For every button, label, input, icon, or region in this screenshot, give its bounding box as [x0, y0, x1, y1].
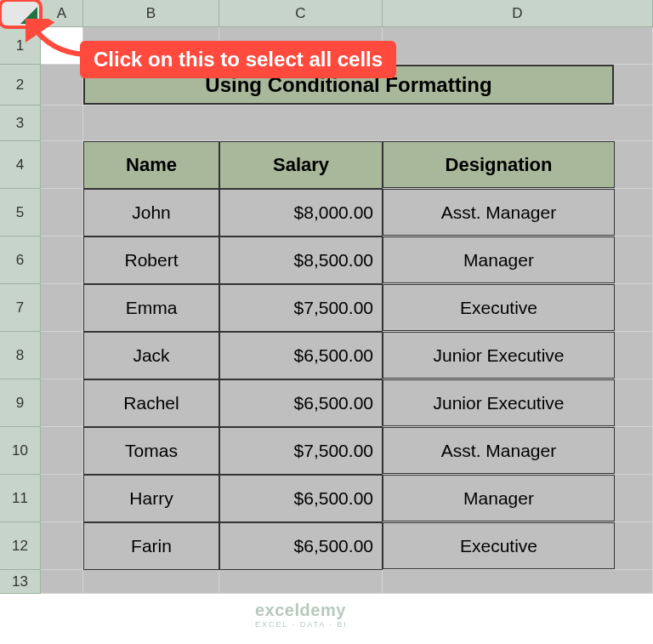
cell-B13[interactable] [83, 570, 219, 594]
table-header-name[interactable]: Name [83, 141, 219, 189]
cell-D5-wrap[interactable]: Asst. Manager [383, 189, 653, 237]
table-header-designation: Designation [383, 141, 615, 188]
row-header-7[interactable]: 7 [0, 284, 41, 332]
col-header-B[interactable]: B [83, 0, 219, 27]
select-all-corner[interactable] [0, 0, 41, 27]
cell-A5[interactable] [41, 189, 83, 237]
table-row[interactable]: John [83, 189, 219, 237]
cell-D9-wrap[interactable]: Junior Executive [383, 379, 653, 427]
cell-C13[interactable] [219, 570, 383, 594]
col-header-C[interactable]: C [219, 0, 383, 27]
row-header-12[interactable]: 12 [0, 522, 41, 570]
cell-row3-merged[interactable] [83, 105, 653, 141]
row-header-13[interactable]: 13 [0, 570, 41, 594]
table-row: Executive [383, 284, 615, 331]
cell-D11-wrap[interactable]: Manager [383, 475, 653, 522]
table-row: Manager [383, 475, 615, 521]
table-row[interactable]: Tomas [83, 427, 219, 475]
cell-A1[interactable] [41, 27, 83, 65]
table-row[interactable]: $6,500.00 [219, 332, 383, 379]
table-row[interactable]: $8,000.00 [219, 189, 383, 237]
col-header-D[interactable]: D [383, 0, 653, 27]
watermark-brand: exceldemy [255, 601, 348, 620]
watermark-logo: exceldemy EXCEL · DATA · BI [255, 601, 348, 629]
cell-A11[interactable] [41, 475, 83, 522]
table-row: Asst. Manager [383, 189, 615, 236]
cell-A12[interactable] [41, 522, 83, 570]
table-row: Junior Executive [383, 379, 615, 426]
table-row: Junior Executive [383, 332, 615, 379]
cell-A2[interactable] [41, 65, 83, 105]
cell-D8-wrap[interactable]: Junior Executive [383, 332, 653, 379]
cell-A13[interactable] [41, 570, 83, 594]
table-row[interactable]: Harry [83, 475, 219, 522]
cell-A3[interactable] [41, 105, 83, 141]
table-row[interactable]: Robert [83, 237, 219, 284]
table-row: Manager [383, 237, 615, 283]
table-header-salary[interactable]: Salary [219, 141, 383, 189]
row-header-9[interactable]: 9 [0, 379, 41, 427]
cell-D10-wrap[interactable]: Asst. Manager [383, 427, 653, 475]
table-row[interactable]: $7,500.00 [219, 427, 383, 475]
cell-D7-wrap[interactable]: Executive [383, 284, 653, 332]
cell-A8[interactable] [41, 332, 83, 379]
row-header-6[interactable]: 6 [0, 237, 41, 284]
table-row[interactable]: Rachel [83, 379, 219, 427]
cell-A4[interactable] [41, 141, 83, 189]
cell-A6[interactable] [41, 237, 83, 284]
table-row: Executive [383, 522, 615, 569]
row-header-8[interactable]: 8 [0, 332, 41, 379]
table-row[interactable]: $8,500.00 [219, 237, 383, 284]
table-row[interactable]: $6,500.00 [219, 379, 383, 427]
row-header-3[interactable]: 3 [0, 105, 41, 141]
cell-D1[interactable] [383, 27, 653, 65]
table-row[interactable]: $6,500.00 [219, 475, 383, 522]
row-header-10[interactable]: 10 [0, 427, 41, 475]
table-row[interactable]: Emma [83, 284, 219, 332]
table-row[interactable]: Jack [83, 332, 219, 379]
cell-A7[interactable] [41, 284, 83, 332]
cell-D12-wrap[interactable]: Executive [383, 522, 653, 570]
callout-tooltip: Click on this to select all cells [80, 41, 396, 78]
row-header-4[interactable]: 4 [0, 141, 41, 189]
row-header-2[interactable]: 2 [0, 65, 41, 105]
table-row[interactable]: $7,500.00 [219, 284, 383, 332]
col-header-A[interactable]: A [41, 0, 83, 27]
table-row[interactable]: Farin [83, 522, 219, 570]
table-row[interactable]: $6,500.00 [219, 522, 383, 570]
watermark-tagline: EXCEL · DATA · BI [255, 620, 348, 629]
row-header-5[interactable]: 5 [0, 189, 41, 237]
cell-D13[interactable] [383, 570, 653, 594]
cell-D4-wrap[interactable]: Designation [383, 141, 653, 189]
row-header-1[interactable]: 1 [0, 27, 41, 65]
cell-A9[interactable] [41, 379, 83, 427]
row-header-11[interactable]: 11 [0, 475, 41, 522]
cell-A10[interactable] [41, 427, 83, 475]
cell-D6-wrap[interactable]: Manager [383, 237, 653, 284]
table-row: Asst. Manager [383, 427, 615, 474]
